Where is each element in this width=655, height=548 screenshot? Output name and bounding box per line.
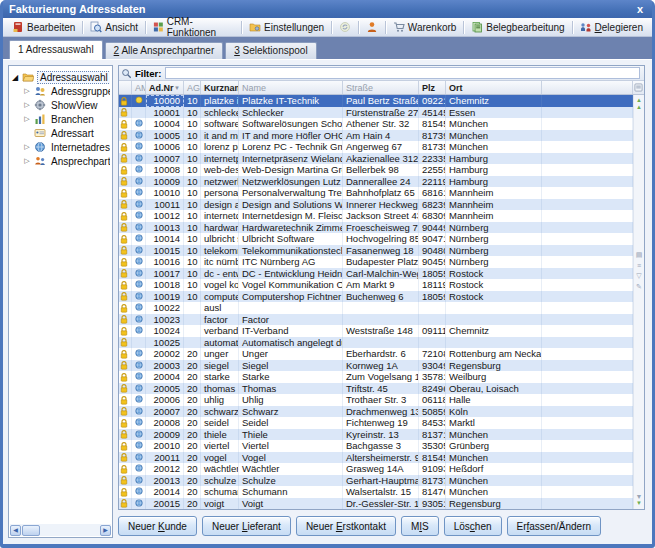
table-row[interactable]: 10015 10 telekommun Telekommunikationste… xyxy=(119,245,633,257)
table-row[interactable]: 20007 20 schwarz Schwarz Drachmenweg 13 … xyxy=(119,406,633,418)
belegbearbeitung-button[interactable]: Belegbearbeitung xyxy=(466,19,569,36)
table-row[interactable]: 10007 10 internetpr Internetpräsenz Wiel… xyxy=(119,153,633,165)
crm-funktionen-button[interactable]: CRM-Funktionen xyxy=(148,19,239,36)
tree-collapsed-icon[interactable]: ▷ xyxy=(23,157,31,165)
table-row[interactable]: 20010 20 viertel Viertel Bachgasse 3 353… xyxy=(119,440,633,452)
warenkorb-button[interactable]: Warenkorb xyxy=(388,19,462,36)
footer-button[interactable]: MIS xyxy=(401,516,439,536)
table-row[interactable]: 10016 10 itc nürnbe ITC Nürnberg AG Buda… xyxy=(119,256,633,268)
header-am[interactable]: AM xyxy=(132,81,146,94)
table-row[interactable]: 10019 10 computersh Computershop Fichtne… xyxy=(119,291,633,303)
branchen-icon xyxy=(34,113,46,125)
table-row[interactable]: 10010 10 personalve Personalverwaltung T… xyxy=(119,187,633,199)
cell-ag: 20 xyxy=(184,371,201,383)
close-icon[interactable]: x xyxy=(634,3,646,15)
bearbeiten-button[interactable]: Bearbeiten xyxy=(7,19,80,36)
table-row[interactable]: 10005 10 it and mor IT and more Höfler O… xyxy=(119,130,633,142)
tree-item-showview[interactable]: ▷ ShowView xyxy=(11,98,110,112)
table-row[interactable]: 20011 20 vogel Vogel Altersheimerstr. 9A… xyxy=(119,452,633,464)
table-row[interactable]: 20008 20 seidel Seidel Fichtenweg 19 845… xyxy=(119,417,633,429)
table-row[interactable]: 20006 20 uhlig Uhlig Trothaer Str. 3 061… xyxy=(119,394,633,406)
table-row[interactable]: 10014 10 ulbricht s Ulbricht Software Ho… xyxy=(119,233,633,245)
footer-button[interactable]: Neuer Kunde xyxy=(118,516,197,536)
table-row[interactable]: 10011 10 design and Design and Solutions… xyxy=(119,199,633,211)
table-row[interactable]: 20012 20 wächtler Wächtler Grasweg 14A 9… xyxy=(119,463,633,475)
cell-kurzname: siegel xyxy=(201,360,239,372)
scroll-up-icon[interactable]: ▲ xyxy=(636,104,642,111)
table-row[interactable]: 10024 verband IT-Verband Weststraße 148 … xyxy=(119,325,633,337)
scroll-top-icon[interactable]: ▲ xyxy=(636,97,642,104)
table-row[interactable]: 20005 20 thomas Thomas Triftstr. 45 8249… xyxy=(119,383,633,395)
tree-item-branchen[interactable]: ▷ Branchen xyxy=(11,112,110,126)
scrollbar-thumb[interactable] xyxy=(22,525,40,536)
table-row[interactable]: 10008 10 web-design Web-Design Martina G… xyxy=(119,164,633,176)
sync-button[interactable] xyxy=(334,19,356,36)
table-row[interactable]: 10009 10 netzwerklö Netzwerklösungen Lut… xyxy=(119,176,633,188)
tab-alle-ansprechpartner[interactable]: 2 Alle Ansprechpartner xyxy=(105,42,224,59)
header-strasse[interactable]: Straße xyxy=(343,81,419,94)
table-row[interactable]: 20013 20 schulze Schulze Gerhart-Hauptma… xyxy=(119,475,633,487)
tree-item-adressart[interactable]: Adressart xyxy=(11,126,110,140)
scroll-bottom-icon[interactable]: ▼ xyxy=(636,500,642,507)
cell-strasse: Dr.-Gessler-Str. 15B xyxy=(343,498,419,510)
tree-item-ansprechpartner[interactable]: ▷ Ansprechpartner xyxy=(11,154,110,168)
scroll-right-icon[interactable]: ▶ xyxy=(100,525,111,536)
delegieren-button[interactable]: Delegieren xyxy=(575,19,648,36)
header-name[interactable]: Name xyxy=(239,81,343,94)
scroll-left-icon[interactable]: ◀ xyxy=(10,525,21,536)
table-row[interactable]: 20004 20 starke Starke Zum Vogelsang 15 … xyxy=(119,371,633,383)
tree-collapsed-icon[interactable]: ▷ xyxy=(23,101,31,109)
column-select-icon[interactable] xyxy=(633,81,644,94)
table-row[interactable]: 10017 10 dc - entwi DC - Entwicklung Hei… xyxy=(119,268,633,280)
header-kurzname[interactable]: Kurzname xyxy=(201,81,239,94)
header-plz[interactable]: Plz xyxy=(419,81,446,94)
header-ort[interactable]: Ort xyxy=(446,81,542,94)
table-row[interactable]: 10000 10 platzke it Platzke IT-Technik P… xyxy=(119,95,633,107)
table-row[interactable]: 10025 automatik Automatisch angelegt dur… xyxy=(119,337,633,349)
list-view-icon[interactable]: ≡ xyxy=(637,262,641,269)
tree-horizontal-scrollbar[interactable]: ◀ ▶ xyxy=(10,524,111,536)
tree-collapsed-icon[interactable]: ▷ xyxy=(23,115,31,123)
tree-item-adressgruppen[interactable]: ▷ Adressgruppen xyxy=(11,84,110,98)
tree-collapsed-icon[interactable]: ▷ xyxy=(23,143,31,151)
table-row[interactable]: 10023 factor Factor xyxy=(119,314,633,326)
filter-funnel-icon[interactable]: ▽ xyxy=(636,272,641,280)
einstellungen-button[interactable]: Einstellungen xyxy=(244,19,329,36)
tree-collapsed-icon[interactable]: ▷ xyxy=(23,87,31,95)
cell-ort xyxy=(446,314,542,326)
title-bar[interactable]: Fakturierung Adressdaten x xyxy=(3,0,652,18)
table-row[interactable]: 20003 20 siegel Siegel Kornweg 1A 93049 … xyxy=(119,360,633,372)
footer-button[interactable]: Neuer Erstkontakt xyxy=(296,516,396,536)
footer-button[interactable]: Erfassen/Ändern xyxy=(507,516,602,536)
tab-selektionspool[interactable]: 3 Selektionspool xyxy=(225,42,316,59)
tab-adressauswahl[interactable]: 1 Adressauswahl xyxy=(9,40,103,59)
tree-item-internetadressen[interactable]: ▷ Internetadressen xyxy=(11,140,110,154)
table-row[interactable]: 10022 ausl xyxy=(119,302,633,314)
table-row[interactable]: 10001 10 schlecker Schlecker Fürstenstra… xyxy=(119,107,633,119)
table-row[interactable]: 20002 20 unger Unger Eberhardstr. 6 7210… xyxy=(119,348,633,360)
table-row[interactable]: 10018 10 vogel komm Vogel Kommunikation … xyxy=(119,279,633,291)
edit-pencil-icon[interactable]: ✎ xyxy=(636,283,642,291)
table-row[interactable]: 10012 10 internetde Internetdesign M. Fl… xyxy=(119,210,633,222)
table-row[interactable]: 20015 20 voigt Voigt Dr.-Gessler-Str. 15… xyxy=(119,498,633,510)
cell-ag: 10 xyxy=(184,233,201,245)
tree-expanded-icon[interactable]: ◢ xyxy=(11,73,19,82)
table-row[interactable]: 10004 10 softwarelö Softwarelösungen Sch… xyxy=(119,118,633,130)
table-row[interactable]: 10006 10 lorenz pc Lorenz PC - Technik G… xyxy=(119,141,633,153)
header-lock-column[interactable] xyxy=(119,81,132,94)
tree-root-adressauswahl[interactable]: ◢ Adressauswahl xyxy=(11,70,110,84)
footer-button[interactable]: Neuer Lieferant xyxy=(202,516,291,536)
header-ag[interactable]: AG xyxy=(184,81,201,94)
table-row[interactable]: 10013 10 hardwarete Hardwaretechnik Zimm… xyxy=(119,222,633,234)
header-adnr[interactable]: Ad.Nr▼ xyxy=(146,81,184,94)
online-globe-icon xyxy=(135,464,143,472)
scroll-down-icon[interactable]: ▼ xyxy=(636,493,643,500)
footer-button[interactable]: Löschen xyxy=(444,516,502,536)
column-chooser-icon[interactable]: ▤ xyxy=(636,251,643,259)
table-row[interactable]: 20014 20 schumann Schumann Walsertalstr.… xyxy=(119,486,633,498)
grid-body: 10000 10 platzke it Platzke IT-Technik P… xyxy=(119,95,644,509)
filter-input[interactable] xyxy=(165,67,640,79)
user-button[interactable] xyxy=(361,19,383,36)
ansicht-button[interactable]: Ansicht xyxy=(85,19,143,36)
table-row[interactable]: 20009 20 thiele Thiele Kyreinstr. 13 813… xyxy=(119,429,633,441)
